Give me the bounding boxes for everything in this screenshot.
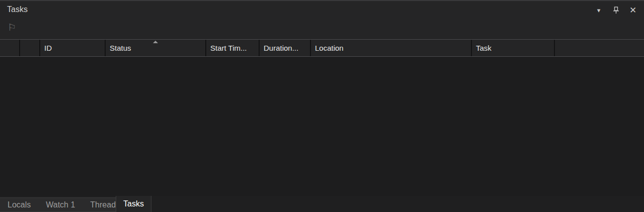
flag-filter-icon[interactable]: ⚐ xyxy=(8,22,16,33)
tasks-tool-window: Tasks ▾ ✕ ⚐ ID xyxy=(0,0,644,212)
tasks-grid: ID Status Start Tim... Duration... Locat… xyxy=(0,39,644,197)
header-filler xyxy=(555,40,644,56)
tab-watch-1[interactable]: Watch 1 xyxy=(38,198,83,211)
tab-locals[interactable]: Locals xyxy=(0,198,38,211)
pin-icon[interactable] xyxy=(610,4,622,16)
header-id[interactable]: ID xyxy=(40,40,106,56)
grid-header-row: ID Status Start Tim... Duration... Locat… xyxy=(0,39,644,57)
window-menu-chevron-icon[interactable]: ▾ xyxy=(593,4,605,16)
titlebar: Tasks ▾ ✕ xyxy=(0,1,644,19)
window-title: Tasks xyxy=(7,5,28,14)
header-status[interactable]: Status xyxy=(106,40,206,56)
header-duration[interactable]: Duration... xyxy=(260,40,311,56)
header-location[interactable]: Location xyxy=(311,40,472,56)
header-blank-column[interactable] xyxy=(20,40,40,56)
titlebar-buttons: ▾ ✕ xyxy=(593,4,639,16)
tab-tasks[interactable]: Tasks xyxy=(116,196,151,212)
sort-ascending-icon xyxy=(153,41,158,43)
toolbar: ⚐ xyxy=(0,19,644,39)
header-start-time[interactable]: Start Tim... xyxy=(206,40,260,56)
header-flag-column[interactable] xyxy=(2,40,20,56)
header-task[interactable]: Task xyxy=(472,40,555,56)
close-icon[interactable]: ✕ xyxy=(627,4,639,16)
bottom-tabstrip: Locals Watch 1 Threads Tasks xyxy=(0,196,644,212)
